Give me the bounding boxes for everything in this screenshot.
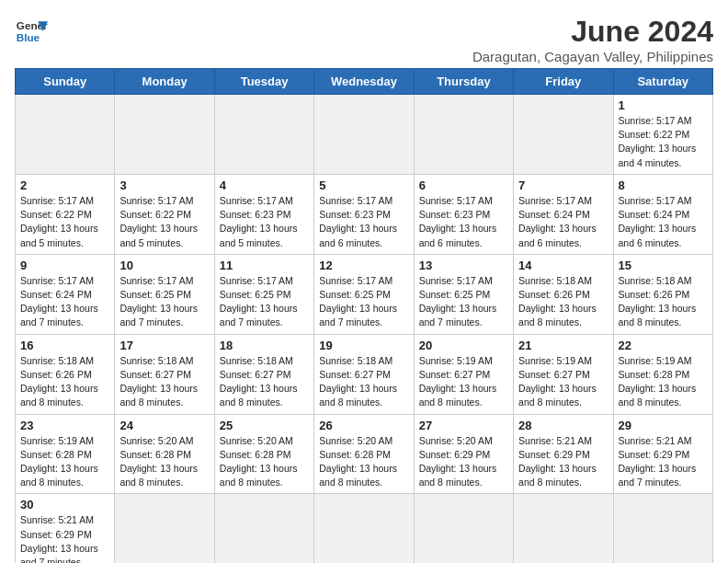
calendar-cell: 4Sunrise: 5:17 AM Sunset: 6:23 PM Daylig…: [214, 174, 313, 254]
day-number: 28: [518, 419, 608, 432]
calendar-week-row: 23Sunrise: 5:19 AM Sunset: 6:28 PM Dayli…: [16, 414, 713, 494]
calendar-cell: 22Sunrise: 5:19 AM Sunset: 6:28 PM Dayli…: [613, 334, 712, 414]
day-number: 15: [619, 259, 708, 272]
calendar-header-row: SundayMondayTuesdayWednesdayThursdayFrid…: [16, 69, 713, 95]
sun-info: Sunrise: 5:17 AM Sunset: 6:23 PM Dayligh…: [220, 194, 309, 250]
calendar-cell: [16, 95, 115, 175]
calendar-cell: [414, 95, 513, 175]
calendar-cell: [115, 494, 214, 563]
calendar-table: SundayMondayTuesdayWednesdayThursdayFrid…: [15, 68, 713, 563]
logo-icon: General Blue: [15, 15, 48, 48]
calendar-cell: 25Sunrise: 5:20 AM Sunset: 6:28 PM Dayli…: [214, 414, 313, 494]
calendar-cell: 24Sunrise: 5:20 AM Sunset: 6:28 PM Dayli…: [115, 414, 214, 494]
sun-info: Sunrise: 5:17 AM Sunset: 6:23 PM Dayligh…: [319, 194, 408, 250]
calendar-week-row: 1Sunrise: 5:17 AM Sunset: 6:22 PM Daylig…: [16, 95, 713, 175]
day-number: 13: [419, 259, 508, 272]
calendar-week-row: 2Sunrise: 5:17 AM Sunset: 6:22 PM Daylig…: [16, 174, 713, 254]
calendar-cell: [414, 494, 513, 563]
calendar-week-row: 9Sunrise: 5:17 AM Sunset: 6:24 PM Daylig…: [16, 254, 713, 334]
day-number: 3: [119, 178, 209, 192]
calendar-title: June 2024: [472, 15, 713, 49]
day-header-wednesday: Wednesday: [314, 69, 414, 95]
calendar-cell: 14Sunrise: 5:18 AM Sunset: 6:26 PM Dayli…: [514, 254, 613, 334]
calendar-cell: 16Sunrise: 5:18 AM Sunset: 6:26 PM Dayli…: [16, 334, 115, 414]
day-header-monday: Monday: [115, 69, 214, 95]
day-number: 16: [20, 339, 109, 352]
day-header-saturday: Saturday: [613, 69, 712, 95]
sun-info: Sunrise: 5:19 AM Sunset: 6:28 PM Dayligh…: [20, 434, 109, 490]
calendar-cell: 15Sunrise: 5:18 AM Sunset: 6:26 PM Dayli…: [613, 254, 712, 334]
calendar-week-row: 16Sunrise: 5:18 AM Sunset: 6:26 PM Dayli…: [16, 334, 713, 414]
calendar-cell: 5Sunrise: 5:17 AM Sunset: 6:23 PM Daylig…: [314, 174, 414, 254]
calendar-cell: 30Sunrise: 5:21 AM Sunset: 6:29 PM Dayli…: [16, 494, 115, 563]
day-number: 6: [419, 178, 508, 192]
sun-info: Sunrise: 5:19 AM Sunset: 6:28 PM Dayligh…: [619, 354, 708, 410]
day-number: 29: [619, 419, 708, 432]
sun-info: Sunrise: 5:17 AM Sunset: 6:25 PM Dayligh…: [319, 274, 408, 330]
calendar-cell: 10Sunrise: 5:17 AM Sunset: 6:25 PM Dayli…: [115, 254, 214, 334]
calendar-cell: 18Sunrise: 5:18 AM Sunset: 6:27 PM Dayli…: [214, 334, 313, 414]
calendar-cell: [514, 494, 613, 563]
svg-text:Blue: Blue: [17, 31, 40, 43]
day-number: 4: [220, 178, 309, 192]
day-number: 18: [220, 339, 309, 352]
sun-info: Sunrise: 5:17 AM Sunset: 6:25 PM Dayligh…: [119, 274, 209, 330]
day-header-thursday: Thursday: [414, 69, 513, 95]
calendar-cell: 8Sunrise: 5:17 AM Sunset: 6:24 PM Daylig…: [613, 174, 712, 254]
title-block: June 2024 Daragutan, Cagayan Valley, Phi…: [472, 15, 713, 64]
calendar-cell: 28Sunrise: 5:21 AM Sunset: 6:29 PM Dayli…: [514, 414, 613, 494]
sun-info: Sunrise: 5:18 AM Sunset: 6:26 PM Dayligh…: [619, 274, 708, 330]
day-number: 10: [119, 259, 209, 272]
header: General Blue June 2024 Daragutan, Cagaya…: [15, 15, 713, 64]
day-number: 25: [220, 419, 309, 432]
day-header-friday: Friday: [514, 69, 613, 95]
calendar-cell: 9Sunrise: 5:17 AM Sunset: 6:24 PM Daylig…: [16, 254, 115, 334]
logo: General Blue: [15, 15, 48, 48]
calendar-cell: [613, 494, 712, 563]
sun-info: Sunrise: 5:20 AM Sunset: 6:28 PM Dayligh…: [220, 434, 309, 490]
calendar-cell: [214, 494, 313, 563]
calendar-cell: 3Sunrise: 5:17 AM Sunset: 6:22 PM Daylig…: [115, 174, 214, 254]
calendar-week-row: 30Sunrise: 5:21 AM Sunset: 6:29 PM Dayli…: [16, 494, 713, 563]
day-number: 27: [419, 419, 508, 432]
day-number: 20: [419, 339, 508, 352]
calendar-cell: [314, 494, 414, 563]
calendar-body: 1Sunrise: 5:17 AM Sunset: 6:22 PM Daylig…: [16, 95, 713, 564]
calendar-cell: [314, 95, 414, 175]
sun-info: Sunrise: 5:17 AM Sunset: 6:22 PM Dayligh…: [619, 114, 708, 170]
calendar-cell: [514, 95, 613, 175]
calendar-cell: 12Sunrise: 5:17 AM Sunset: 6:25 PM Dayli…: [314, 254, 414, 334]
sun-info: Sunrise: 5:17 AM Sunset: 6:22 PM Dayligh…: [119, 194, 209, 250]
calendar-subtitle: Daragutan, Cagayan Valley, Philippines: [472, 49, 713, 64]
sun-info: Sunrise: 5:20 AM Sunset: 6:28 PM Dayligh…: [319, 434, 408, 490]
calendar-cell: 19Sunrise: 5:18 AM Sunset: 6:27 PM Dayli…: [314, 334, 414, 414]
day-number: 26: [319, 419, 408, 432]
day-number: 2: [20, 178, 109, 192]
calendar-cell: 20Sunrise: 5:19 AM Sunset: 6:27 PM Dayli…: [414, 334, 513, 414]
day-number: 8: [619, 178, 708, 192]
sun-info: Sunrise: 5:17 AM Sunset: 6:25 PM Dayligh…: [419, 274, 508, 330]
sun-info: Sunrise: 5:19 AM Sunset: 6:27 PM Dayligh…: [419, 354, 508, 410]
day-number: 1: [619, 98, 708, 112]
day-number: 11: [220, 259, 309, 272]
day-number: 24: [119, 419, 209, 432]
sun-info: Sunrise: 5:18 AM Sunset: 6:26 PM Dayligh…: [518, 274, 608, 330]
calendar-cell: [214, 95, 313, 175]
day-number: 7: [518, 178, 608, 192]
sun-info: Sunrise: 5:21 AM Sunset: 6:29 PM Dayligh…: [518, 434, 608, 490]
day-number: 5: [319, 178, 408, 192]
sun-info: Sunrise: 5:20 AM Sunset: 6:28 PM Dayligh…: [119, 434, 209, 490]
sun-info: Sunrise: 5:17 AM Sunset: 6:22 PM Dayligh…: [20, 194, 109, 250]
sun-info: Sunrise: 5:17 AM Sunset: 6:24 PM Dayligh…: [619, 194, 708, 250]
calendar-cell: 27Sunrise: 5:20 AM Sunset: 6:29 PM Dayli…: [414, 414, 513, 494]
day-number: 12: [319, 259, 408, 272]
sun-info: Sunrise: 5:20 AM Sunset: 6:29 PM Dayligh…: [419, 434, 508, 490]
day-number: 9: [20, 259, 109, 272]
sun-info: Sunrise: 5:17 AM Sunset: 6:24 PM Dayligh…: [20, 274, 109, 330]
day-number: 17: [119, 339, 209, 352]
day-number: 14: [518, 259, 608, 272]
sun-info: Sunrise: 5:17 AM Sunset: 6:25 PM Dayligh…: [220, 274, 309, 330]
sun-info: Sunrise: 5:21 AM Sunset: 6:29 PM Dayligh…: [619, 434, 708, 490]
calendar-cell: 23Sunrise: 5:19 AM Sunset: 6:28 PM Dayli…: [16, 414, 115, 494]
calendar-cell: 17Sunrise: 5:18 AM Sunset: 6:27 PM Dayli…: [115, 334, 214, 414]
